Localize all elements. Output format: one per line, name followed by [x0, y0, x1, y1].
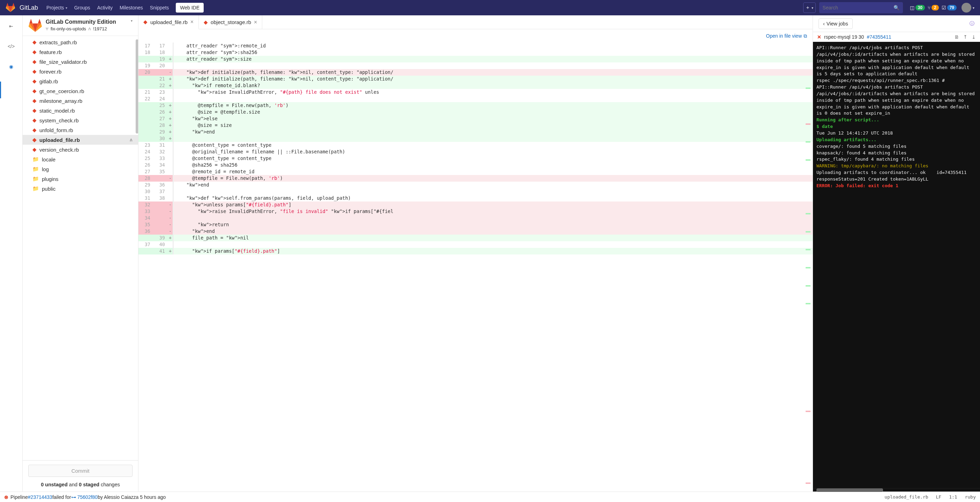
diff-line[interactable]: 2224 — [138, 95, 813, 102]
chevron-down-icon: ▾ — [65, 6, 67, 10]
ruby-icon: ◆ — [32, 59, 37, 65]
document-icon[interactable]: 🗎 — [954, 34, 959, 40]
rail-back-icon[interactable]: ⇤ — [6, 21, 16, 31]
diff-line[interactable]: 2123 "kw">raise InvalidPathError, "#{pat… — [138, 89, 813, 95]
diff-line[interactable]: 36- "kw">end — [138, 228, 813, 235]
diff-line[interactable]: 19+ attr_reader "sym">:size — [138, 56, 813, 62]
tree-item-version_check-rb[interactable]: ◆version_check.rb — [23, 145, 138, 154]
tab-uploaded_file-rb[interactable]: ◆uploaded_file.rb× — [138, 15, 199, 29]
tree-item-static_model-rb[interactable]: ◆static_model.rb — [23, 106, 138, 115]
tree-item-extracts_path-rb[interactable]: ◆extracts_path.rb — [23, 37, 138, 47]
tree-item-gitlab-rb[interactable]: ◆gitlab.rb — [23, 76, 138, 86]
chevron-down-icon[interactable]: ▾ — [131, 19, 132, 23]
jobs-panel: ‹View jobs ⓘ ✕ rspec-mysql 19 30 #743554… — [813, 15, 980, 491]
diff-line[interactable]: 2432 @original_filename = filename || ::… — [138, 148, 813, 155]
search-box[interactable]: 🔍 — [819, 2, 903, 13]
tree-item-feature-rb[interactable]: ◆feature.rb — [23, 47, 138, 57]
diff-line[interactable]: 20- "kw">def initialize(path, filename: … — [138, 69, 813, 76]
close-icon[interactable]: × — [254, 19, 257, 25]
diff-line[interactable]: 41+ "kw">if params["#{field}.path"] — [138, 248, 813, 254]
mrs-badge[interactable]: ⑂2 — [928, 5, 939, 11]
commit-icon: ⊶ — [71, 494, 78, 500]
scroll-bottom-icon[interactable]: ⤓ — [972, 34, 976, 40]
tree-item-file_size_validator-rb[interactable]: ◆file_size_validator.rb — [23, 57, 138, 67]
commit-panel: Commit 0 unstaged and 0 staged changes — [23, 460, 138, 491]
diff-line[interactable]: 2634 @sha256 = sha256 — [138, 162, 813, 168]
diff-line[interactable]: 1717 attr_reader "sym">:remote_id — [138, 43, 813, 49]
job-id-link[interactable]: #74355411 — [867, 34, 891, 40]
diff-line[interactable]: 34- — [138, 215, 813, 221]
nav-activity[interactable]: Activity — [97, 5, 113, 11]
diff-line[interactable]: 1920 — [138, 62, 813, 69]
ruby-icon: ◆ — [32, 88, 37, 94]
external-link-icon: ⧉ — [803, 33, 807, 39]
diff-view[interactable]: 1717 attr_reader "sym">:remote_id1818 at… — [138, 43, 813, 491]
nav-snippets[interactable]: Snippets — [150, 5, 169, 11]
tab-object_storage-rb[interactable]: ◆object_storage.rb× — [199, 15, 262, 29]
terminal-output[interactable]: API::Runner /api/v4/jobs artifacts POST … — [813, 42, 980, 488]
minimap[interactable] — [803, 43, 810, 491]
status-bar: ⊗ Pipeline #23714433 failed for ⊶ 75602f… — [0, 491, 980, 502]
commit-link[interactable]: 75602f80 — [78, 494, 98, 500]
scroll-top-icon[interactable]: ⤒ — [963, 34, 967, 40]
commit-button[interactable]: Commit — [28, 465, 132, 477]
tree-item-gt_one_coercion-rb[interactable]: ◆gt_one_coercion.rb — [23, 86, 138, 96]
tree-item-plugins[interactable]: 📁plugins — [23, 174, 138, 184]
view-jobs-button[interactable]: ‹View jobs — [819, 19, 853, 29]
folder-icon: 📁 — [32, 156, 39, 162]
rail-active-indicator — [0, 81, 1, 98]
tree-item-public[interactable]: 📁public — [23, 184, 138, 194]
terminal-scrollbar[interactable] — [813, 488, 980, 491]
tree-item-locale[interactable]: 📁locale — [23, 154, 138, 164]
nav-groups[interactable]: Groups — [74, 5, 90, 11]
diff-line[interactable]: 1818 attr_reader "sym">:sha256 — [138, 49, 813, 56]
diff-line[interactable]: 35- "kw">return — [138, 221, 813, 228]
diff-line[interactable]: 3138 "kw">def "kw">self.from_params(para… — [138, 195, 813, 202]
diff-line[interactable]: 33- "kw">raise InvalidPathError, "file i… — [138, 208, 813, 215]
tree-item-system_check-rb[interactable]: ◆system_check.rb — [23, 115, 138, 125]
info-icon[interactable]: ⓘ — [969, 21, 974, 27]
diff-line[interactable]: 21+ "kw">def initialize(path, filename: … — [138, 76, 813, 82]
tree-item-label: version_check.rb — [40, 147, 79, 153]
diff-line[interactable]: 39+ file_path = "kw">nil — [138, 235, 813, 241]
diff-line[interactable]: 2331 @content_type = content_type — [138, 142, 813, 148]
rail-review-icon[interactable]: ◉ — [6, 61, 16, 72]
close-icon[interactable]: × — [191, 19, 194, 25]
nav-projects[interactable]: Projects▾ — [46, 5, 67, 11]
tree-item-uploaded_file-rb[interactable]: ◆uploaded_file.rb⑃ — [23, 135, 138, 145]
user-avatar[interactable] — [961, 3, 971, 13]
new-button[interactable]: ＋▾ — [803, 2, 816, 13]
diff-line[interactable]: 2533 @content_type = content_type — [138, 155, 813, 162]
nav-milestones[interactable]: Milestones — [119, 5, 143, 11]
diff-line[interactable]: 22+ "kw">if remote_id.blank? — [138, 82, 813, 89]
diff-line[interactable]: 27+ "kw">else — [138, 115, 813, 122]
diff-line[interactable]: 25+ @tempfile = File.new(path, 'rb') — [138, 102, 813, 109]
diff-line[interactable]: 32- "kw">unless params["#{field}.path"] — [138, 202, 813, 208]
diff-line[interactable]: 29+ "kw">end — [138, 129, 813, 135]
tree-item-milestone_array-rb[interactable]: ◆milestone_array.rb — [23, 96, 138, 106]
nav-webide[interactable]: Web IDE — [176, 3, 204, 13]
scrollbar-thumb[interactable] — [136, 40, 138, 133]
rail-code-icon[interactable]: </> — [6, 41, 16, 52]
status-cursor: 1:1 — [949, 494, 957, 500]
open-in-fileview-link[interactable]: Open in file view ⧉ — [766, 33, 807, 39]
diff-line[interactable]: 30+ — [138, 135, 813, 142]
todos-badge[interactable]: ☑79 — [942, 5, 957, 11]
diff-line[interactable]: 2735 @remote_id = remote_id — [138, 168, 813, 175]
diff-line[interactable]: 3037 — [138, 188, 813, 195]
tree-item-forever-rb[interactable]: ◆forever.rb — [23, 67, 138, 76]
folder-icon: 📁 — [32, 186, 39, 192]
diff-line[interactable]: 26+ @size = @tempfile.size — [138, 109, 813, 115]
issues-badge[interactable]: ◫30 — [910, 5, 925, 11]
diff-line[interactable]: 3740 — [138, 241, 813, 248]
tree-item-unfold_form-rb[interactable]: ◆unfold_form.rb — [23, 125, 138, 135]
chevron-down-icon: ▾ — [811, 6, 813, 10]
search-input[interactable] — [823, 5, 894, 11]
diff-line[interactable]: 28+ @size = size — [138, 122, 813, 129]
diff-line[interactable]: 28- @tempfile = File.new(path, 'rb') — [138, 175, 813, 182]
pipeline-link[interactable]: #23714433 — [28, 494, 52, 500]
diff-line[interactable]: 2936 "kw">end — [138, 182, 813, 188]
chevron-down-icon: ▾ — [973, 6, 974, 10]
file-sidebar: GitLab Community Edition ⑂ fix-only-os-u… — [23, 15, 138, 491]
tree-item-log[interactable]: 📁log — [23, 164, 138, 174]
